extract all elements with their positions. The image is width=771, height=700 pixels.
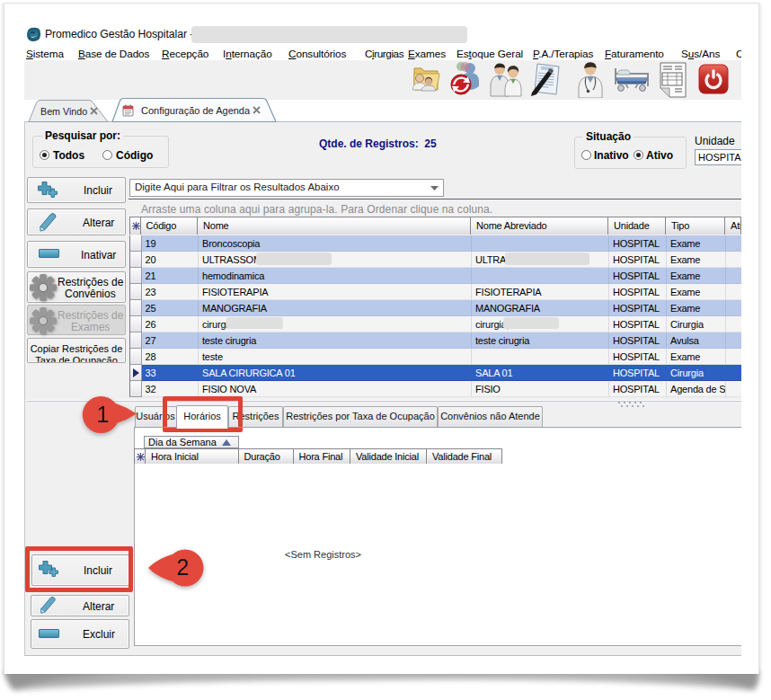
svg-text:1: 1 [97,402,110,427]
svg-text:2: 2 [177,554,190,580]
